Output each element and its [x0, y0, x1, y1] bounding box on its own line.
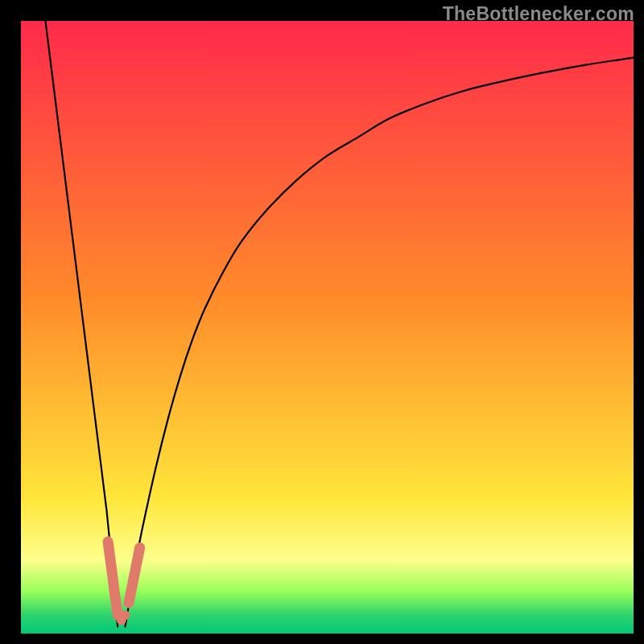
chart-frame	[21, 21, 634, 634]
bottleneck-chart	[21, 21, 634, 634]
watermark-text: TheBottlenecker.com	[443, 3, 634, 25]
marker-dot	[120, 610, 130, 620]
